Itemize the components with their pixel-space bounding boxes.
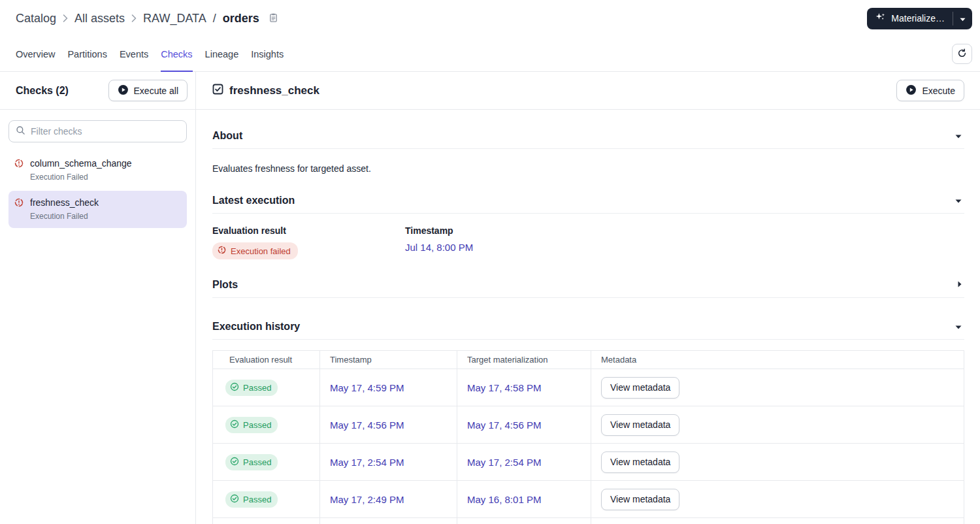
check-circle-icon (230, 419, 239, 431)
tab-checks[interactable]: Checks (161, 37, 192, 71)
breadcrumb-all-assets[interactable]: All assets (74, 12, 125, 25)
col-header-target-materialization: Target materialization (457, 351, 591, 369)
execute-button[interactable]: Execute (896, 80, 964, 101)
sparkle-icon (875, 12, 886, 25)
materialize-dropdown-button[interactable] (953, 8, 972, 29)
latest-execution-info-row: Evaluation result Execution failed Times… (212, 225, 964, 259)
breadcrumb-asset-group[interactable]: RAW_DATA (143, 12, 206, 25)
breadcrumb-separator: / (213, 12, 216, 25)
timestamp-label: Timestamp (405, 225, 453, 236)
execution-history-title: Execution history (212, 321, 300, 333)
execution-failed-badge: Execution failed (212, 242, 298, 259)
view-metadata-button[interactable]: View metadata (601, 489, 679, 510)
tab-insights[interactable]: Insights (251, 37, 284, 71)
chevron-right-icon (63, 12, 68, 25)
passed-badge-label: Passed (243, 420, 271, 430)
asset-tab-bar: Overview Partitions Events Checks Lineag… (0, 37, 980, 72)
execution-failed-icon (218, 246, 226, 256)
checks-sidebar: Checks (2) Execute all column_schema_cha… (0, 72, 196, 524)
tab-overview[interactable]: Overview (16, 37, 55, 71)
tab-lineage[interactable]: Lineage (205, 37, 239, 71)
about-title: About (212, 130, 242, 142)
check-list: column_schema_change Execution Failed fr… (0, 149, 195, 233)
content-layout: Checks (2) Execute all column_schema_cha… (0, 72, 980, 524)
view-metadata-button[interactable]: View metadata (601, 414, 679, 436)
play-circle-icon (906, 84, 917, 97)
passed-badge: Passed (225, 417, 278, 433)
execute-all-button[interactable]: Execute all (108, 80, 188, 101)
check-item-text: column_schema_change Execution Failed (30, 158, 132, 182)
view-metadata-button[interactable]: View metadata (601, 451, 679, 473)
execution-history-table: Evaluation result Timestamp Target mater… (212, 350, 964, 524)
caret-down-icon (955, 195, 962, 205)
check-circle-icon (230, 382, 239, 393)
breadcrumb: Catalog All assets RAW_DATA / orders (16, 12, 278, 25)
table-row-partial (213, 518, 964, 524)
view-metadata-button[interactable]: View metadata (601, 377, 679, 399)
table-row: Passed May 17, 4:59 PM May 17, 4:58 PM V… (213, 369, 964, 406)
tab-events[interactable]: Events (120, 37, 148, 71)
latest-execution-timestamp-link[interactable]: Jul 14, 8:00 PM (405, 242, 473, 253)
passed-badge: Passed (225, 454, 278, 470)
check-name: freshness_check (30, 197, 99, 208)
breadcrumb-catalog[interactable]: Catalog (16, 12, 56, 25)
check-title-row: freshness_check (212, 84, 319, 98)
latest-execution-section-header: Latest execution (212, 194, 964, 214)
row-timestamp-link[interactable]: May 17, 2:49 PM (330, 494, 404, 505)
check-status: Execution Failed (30, 172, 132, 182)
check-list-item-column-schema-change[interactable]: column_schema_change Execution Failed (8, 152, 187, 189)
materialize-button[interactable]: Materialize… (867, 8, 953, 29)
check-square-icon (212, 84, 223, 98)
check-circle-icon (230, 494, 239, 505)
about-collapse-button[interactable] (953, 129, 964, 142)
table-row: Passed May 17, 2:54 PM May 17, 2:54 PM V… (213, 444, 964, 481)
execute-all-label: Execute all (134, 86, 178, 96)
check-detail-header: freshness_check Execute (196, 72, 980, 110)
materialize-split-button: Materialize… (867, 8, 972, 29)
caret-down-icon (955, 131, 962, 140)
row-timestamp-link[interactable]: May 17, 4:59 PM (330, 382, 404, 393)
row-target-materialization-link[interactable]: May 17, 2:54 PM (467, 457, 541, 468)
caret-right-icon (958, 280, 962, 289)
sidebar-header: Checks (2) Execute all (0, 72, 195, 110)
execution-history-collapse-button[interactable] (953, 320, 964, 333)
filter-checks-input[interactable] (31, 126, 180, 137)
passed-badge-label: Passed (243, 495, 271, 504)
plots-expand-button[interactable] (955, 278, 964, 291)
tab-partitions[interactable]: Partitions (67, 37, 106, 71)
latest-execution-title: Latest execution (212, 195, 295, 206)
evaluation-result-column: Evaluation result Execution failed (212, 225, 405, 259)
execution-history-section-header: Execution history (212, 320, 964, 340)
plots-title: Plots (212, 279, 238, 291)
filter-wrap (8, 120, 187, 142)
table-row: Passed May 17, 2:49 PM May 16, 8:01 PM V… (213, 481, 964, 518)
caret-down-icon (955, 321, 962, 331)
copy-asset-name-button[interactable] (269, 12, 278, 25)
check-list-item-freshness-check[interactable]: freshness_check Execution Failed (8, 191, 187, 228)
table-row: Passed May 17, 4:56 PM May 17, 4:56 PM V… (213, 406, 964, 444)
play-circle-icon (118, 84, 129, 97)
top-bar: Catalog All assets RAW_DATA / orders Mat… (0, 0, 980, 37)
check-detail-panel: freshness_check Execute About Evaluates … (196, 72, 980, 524)
latest-execution-collapse-button[interactable] (953, 194, 964, 206)
passed-badge-label: Passed (243, 383, 271, 393)
caret-down-icon (960, 12, 966, 24)
clipboard-icon (269, 12, 278, 25)
check-detail-body: About Evaluates freshness for targeted a… (196, 110, 980, 524)
row-target-materialization-link[interactable]: May 17, 4:58 PM (467, 382, 541, 393)
checks-count-title: Checks (2) (16, 85, 69, 97)
row-target-materialization-link[interactable]: May 17, 4:56 PM (467, 419, 541, 431)
row-target-materialization-link[interactable]: May 16, 8:01 PM (467, 494, 541, 505)
check-circle-icon (230, 457, 239, 468)
breadcrumb-asset-name: orders (223, 12, 259, 25)
row-timestamp-link[interactable]: May 17, 2:54 PM (330, 457, 404, 468)
execution-failed-icon (14, 159, 24, 168)
col-header-metadata: Metadata (591, 351, 964, 369)
about-description: Evaluates freshness for targeted asset. (212, 163, 964, 174)
check-status: Execution Failed (30, 212, 99, 221)
execution-failed-icon (14, 198, 24, 207)
refresh-button[interactable] (952, 44, 972, 64)
check-detail-title: freshness_check (229, 84, 319, 97)
timestamp-column: Timestamp Jul 14, 8:00 PM (405, 225, 473, 259)
row-timestamp-link[interactable]: May 17, 4:56 PM (330, 419, 404, 431)
